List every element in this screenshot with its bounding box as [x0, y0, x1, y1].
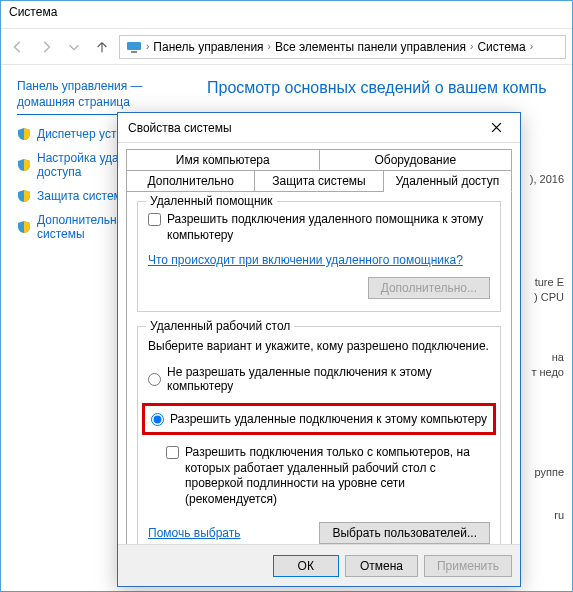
radio-label: Разрешить удаленные подключения к этому …	[170, 412, 487, 426]
truncated-text: руппе	[534, 466, 564, 478]
back-button[interactable]	[7, 36, 29, 58]
svg-rect-0	[127, 42, 141, 50]
chevron-right-icon: ›	[268, 41, 271, 52]
remote-assistance-group: Удаленный помощник Разрешить подключения…	[137, 201, 501, 312]
tab-remote[interactable]: Удаленный доступ	[384, 170, 512, 192]
radio-disallow-remote[interactable]: Не разрешать удаленные подключения к это…	[148, 365, 490, 393]
shield-icon	[17, 158, 31, 172]
highlighted-option: Разрешить удаленные подключения к этому …	[142, 403, 496, 435]
truncated-text: ru	[554, 509, 564, 521]
radio-allow-remote[interactable]: Разрешить удаленные подключения к этому …	[151, 412, 487, 426]
chevron-right-icon: ›	[146, 41, 149, 52]
shield-icon	[17, 189, 31, 203]
radio-input[interactable]	[148, 373, 161, 386]
checkbox-input[interactable]	[148, 213, 161, 226]
tab-hardware[interactable]: Оборудование	[320, 149, 513, 171]
tab-control: Имя компьютера Оборудование Дополнительн…	[126, 149, 512, 565]
shield-icon	[17, 220, 31, 234]
dialog-titlebar: Свойства системы	[118, 113, 520, 143]
computer-icon	[126, 41, 142, 53]
help-choose-link[interactable]: Помочь выбрать	[148, 526, 241, 540]
select-users-button[interactable]: Выбрать пользователей...	[319, 522, 490, 544]
recent-dropdown[interactable]	[63, 36, 85, 58]
window-title: Система	[1, 1, 572, 29]
group-description: Выберите вариант и укажите, кому разреше…	[148, 339, 490, 353]
forward-button[interactable]	[35, 36, 57, 58]
remote-assistance-advanced-button[interactable]: Дополнительно...	[368, 277, 490, 299]
checkbox-label: Разрешить подключения удаленного помощни…	[167, 212, 490, 243]
truncated-text: ture E	[535, 276, 564, 288]
allow-remote-assistance-checkbox[interactable]: Разрешить подключения удаленного помощни…	[148, 212, 490, 243]
breadcrumb-item[interactable]: Все элементы панели управления	[275, 40, 466, 54]
tab-system-protection[interactable]: Защита системы	[255, 170, 383, 192]
chevron-right-icon: ›	[470, 41, 473, 52]
shield-icon	[17, 127, 31, 141]
apply-button[interactable]: Применить	[424, 555, 512, 577]
truncated-text: ) CPU	[534, 291, 564, 303]
radio-label: Не разрешать удаленные подключения к это…	[167, 365, 490, 393]
up-button[interactable]	[91, 36, 113, 58]
radio-input[interactable]	[151, 413, 164, 426]
truncated-text: на	[552, 351, 564, 363]
sidebar-item-label: Настройка удал доступа	[37, 151, 126, 179]
tab-computer-name[interactable]: Имя компьютера	[126, 149, 320, 171]
page-title: Просмотр основных сведений о вашем компь	[207, 79, 556, 97]
dialog-title: Свойства системы	[128, 121, 232, 135]
tab-remote-page: Удаленный помощник Разрешить подключения…	[126, 191, 512, 565]
sidebar-item-label: Дополнительны системы	[37, 213, 125, 241]
nla-checkbox[interactable]: Разрешить подключения только с компьютер…	[166, 445, 490, 507]
cancel-button[interactable]: Отмена	[345, 555, 418, 577]
svg-rect-1	[131, 51, 137, 53]
checkbox-input[interactable]	[166, 446, 179, 459]
remote-assistance-help-link[interactable]: Что происходит при включении удаленного …	[148, 253, 463, 267]
breadcrumb[interactable]: › Панель управления › Все элементы панел…	[119, 35, 566, 59]
chevron-right-icon: ›	[530, 41, 533, 52]
breadcrumb-item[interactable]: Система	[477, 40, 525, 54]
truncated-text: т недо	[531, 366, 564, 378]
system-properties-dialog: Свойства системы Имя компьютера Оборудов…	[117, 112, 521, 587]
breadcrumb-item[interactable]: Панель управления	[153, 40, 263, 54]
truncated-text: ), 2016	[530, 173, 564, 185]
remote-desktop-group: Удаленный рабочий стол Выберите вариант …	[137, 326, 501, 554]
checkbox-label: Разрешить подключения только с компьютер…	[185, 445, 490, 507]
group-title: Удаленный помощник	[146, 194, 277, 208]
sidebar-header[interactable]: Панель управления — домашняя страница	[17, 79, 187, 115]
sidebar-item-label: Диспетчер устр	[37, 127, 123, 141]
close-button[interactable]	[480, 116, 512, 140]
ok-button[interactable]: ОК	[273, 555, 339, 577]
group-title: Удаленный рабочий стол	[146, 319, 294, 333]
close-icon	[491, 122, 502, 133]
dialog-footer: ОК Отмена Применить	[118, 544, 520, 586]
sidebar-item-label: Защита систем	[37, 189, 122, 203]
nav-bar: › Панель управления › Все элементы панел…	[1, 29, 572, 65]
tab-advanced[interactable]: Дополнительно	[126, 170, 255, 192]
